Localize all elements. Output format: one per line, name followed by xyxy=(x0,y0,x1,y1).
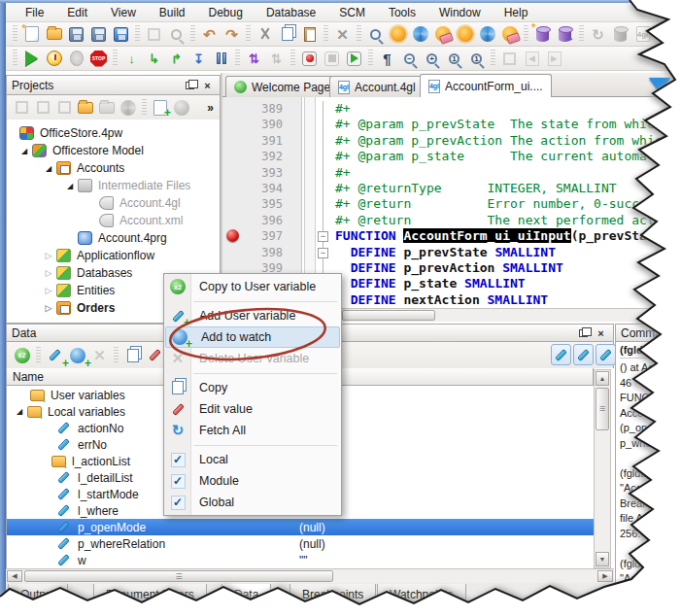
find-in-files-icon[interactable] xyxy=(365,24,386,45)
menu-scm[interactable]: SCM xyxy=(327,4,377,21)
build-gear-icon[interactable] xyxy=(388,24,408,45)
data-vscroll-thumb[interactable]: ☰ xyxy=(596,388,609,430)
editor-hscroll-thumb[interactable] xyxy=(342,310,435,321)
tree-item-account-4gl[interactable]: Account.4gl xyxy=(7,194,181,212)
save-as-icon[interactable] xyxy=(88,24,109,45)
tree-item-account-xml[interactable]: Account.xml xyxy=(7,212,183,229)
format-toggle-1[interactable] xyxy=(551,344,571,365)
open-file-icon[interactable] xyxy=(44,24,64,45)
tab-data[interactable]: Data xyxy=(221,584,271,605)
copy-to-user-variable-icon[interactable]: x2 xyxy=(12,345,32,365)
scroll-down-icon[interactable]: ▼ xyxy=(596,552,609,566)
menu-item-add-to-watch[interactable]: + Add to watch xyxy=(165,326,340,348)
new-application-icon[interactable] xyxy=(54,98,74,118)
tree-item-model[interactable]: ◢ Officestore Model xyxy=(7,142,144,159)
data-vscrollbar[interactable]: ▲ ☰ ▼ xyxy=(594,369,611,568)
step-out-icon[interactable]: ↱ xyxy=(166,49,187,69)
navigate-forward-icon[interactable]: ▶ xyxy=(544,49,564,69)
package-settings-icon[interactable] xyxy=(172,98,191,118)
expander-icon[interactable]: ▷ xyxy=(44,251,53,260)
zoom-custom-icon[interactable]: 1 xyxy=(466,49,487,69)
tree-item-databases[interactable]: ▷ Databases xyxy=(7,264,132,282)
menu-item-local[interactable]: ✓ Local xyxy=(164,449,341,470)
projects-close-button[interactable]: × xyxy=(200,79,215,92)
run-to-cursor-icon[interactable]: ↧ xyxy=(188,49,209,69)
refresh-icon[interactable]: ↻ xyxy=(588,24,608,45)
tab-output[interactable]: Output xyxy=(8,584,68,605)
data-float-button[interactable] xyxy=(576,326,591,340)
paste-icon[interactable] xyxy=(299,24,320,45)
tab-account-4gl[interactable]: 4gl Account.4gl xyxy=(329,76,425,97)
data-row-p-openmode[interactable]: p_openMode (null) xyxy=(7,519,594,535)
menu-item-edit-value[interactable]: Edit value xyxy=(164,398,341,420)
pause-icon[interactable] xyxy=(211,49,231,69)
show-whitespace-icon[interactable]: ¶ xyxy=(377,49,397,69)
clean-gear-icon[interactable] xyxy=(432,24,453,45)
zoom-out-icon[interactable]: − xyxy=(399,49,420,69)
navigate-back-icon[interactable]: ◀ xyxy=(522,49,542,69)
add-file-icon[interactable]: + xyxy=(151,98,170,118)
delete-icon[interactable]: ✕ xyxy=(332,24,353,45)
stop-icon[interactable]: STOP xyxy=(88,49,109,69)
menu-file[interactable]: File xyxy=(14,4,55,21)
zoom-reset-icon[interactable]: 1 xyxy=(444,49,464,69)
tree-item-orders[interactable]: ▷ Orders xyxy=(7,299,115,317)
menu-tools[interactable]: Tools xyxy=(377,4,427,21)
rebuild-all-gear-icon[interactable] xyxy=(477,24,497,45)
new-database-icon[interactable]: * xyxy=(532,24,553,45)
print-preview-icon[interactable] xyxy=(166,24,187,45)
new-project-icon[interactable] xyxy=(12,98,31,118)
copy-value-icon[interactable] xyxy=(122,345,143,365)
scroll-up-icon[interactable]: ▲ xyxy=(596,371,609,386)
play-macro-icon[interactable] xyxy=(344,49,364,69)
tree-item-intermediate-files[interactable]: ◢ Intermediate Files xyxy=(7,177,190,194)
import-database-icon[interactable]: → xyxy=(555,24,575,45)
package-icon[interactable] xyxy=(119,98,138,118)
new-group-icon[interactable] xyxy=(76,98,95,118)
projects-float-button[interactable] xyxy=(183,79,197,92)
menu-database[interactable]: Database xyxy=(255,4,327,21)
print-icon[interactable] xyxy=(144,24,164,45)
link-4gl-icon[interactable]: 4gl xyxy=(655,24,675,45)
database-settings-icon[interactable] xyxy=(610,24,630,45)
tab-accountform-ui[interactable]: 4gl AccountForm_ui.... xyxy=(420,74,552,97)
projects-toolbar-overflow[interactable]: » xyxy=(207,101,214,115)
scroll-left-icon[interactable]: ◀ xyxy=(7,570,22,582)
expander-icon[interactable]: ◢ xyxy=(19,147,29,155)
scroll-right-icon[interactable]: ▶ xyxy=(597,570,613,582)
stop-macro-icon[interactable] xyxy=(322,49,342,69)
expander-icon[interactable]: ▷ xyxy=(44,268,53,278)
run-icon[interactable] xyxy=(21,49,42,69)
tree-item-project[interactable]: OfficeStore.4pw xyxy=(7,124,122,142)
expander-icon[interactable]: ▷ xyxy=(44,286,53,295)
toggle-breakpoint-icon[interactable]: ⇅ xyxy=(244,49,264,69)
build-all-gear-icon[interactable] xyxy=(455,24,475,45)
clear-breakpoints-icon[interactable]: ⇅ xyxy=(266,49,287,69)
copy-icon[interactable] xyxy=(277,24,297,45)
step-over-icon[interactable]: ↳ xyxy=(144,49,164,69)
clean-all-gear-icon[interactable] xyxy=(499,24,520,45)
record-macro-icon[interactable] xyxy=(299,49,320,69)
menu-item-add-user-variable[interactable]: + Add User variable xyxy=(164,305,341,326)
breakpoint-icon[interactable] xyxy=(226,229,239,242)
tab-list-dropdown-icon[interactable] xyxy=(649,78,670,92)
menu-view[interactable]: View xyxy=(99,4,148,21)
menu-item-global[interactable]: ✓ Global xyxy=(164,492,341,513)
closed-folder-icon[interactable] xyxy=(97,98,117,118)
expander-icon[interactable]: ◢ xyxy=(65,182,75,190)
expander-icon[interactable]: ▷ xyxy=(44,303,53,313)
fullscreen-icon[interactable] xyxy=(499,49,520,69)
command-panel[interactable]: (fgldb) () at Acc 46 FUNCTI Accoun (p_op… xyxy=(615,342,681,616)
tab-document-errors[interactable]: Document Errors xyxy=(93,584,207,605)
tab-breakpoints[interactable]: Breakpoints xyxy=(289,584,376,605)
save-all-icon[interactable] xyxy=(111,24,131,45)
fold-collapse-icon[interactable]: − xyxy=(318,248,328,258)
data-hscroll-thumb[interactable]: ☰ xyxy=(24,570,333,582)
menu-item-fetch-all[interactable]: ↻ Fetch All xyxy=(164,420,341,441)
menu-item-module[interactable]: ✓ Module xyxy=(164,470,341,492)
menu-item-copy-to-user-variable[interactable]: x2 Copy to User variable xyxy=(164,276,341,297)
tree-item-account-4prg[interactable]: Account.4prg xyxy=(7,229,167,247)
undo-icon[interactable]: ↶ xyxy=(199,24,220,45)
menu-window[interactable]: Window xyxy=(427,4,493,21)
new-file-icon[interactable]: * xyxy=(21,24,42,45)
